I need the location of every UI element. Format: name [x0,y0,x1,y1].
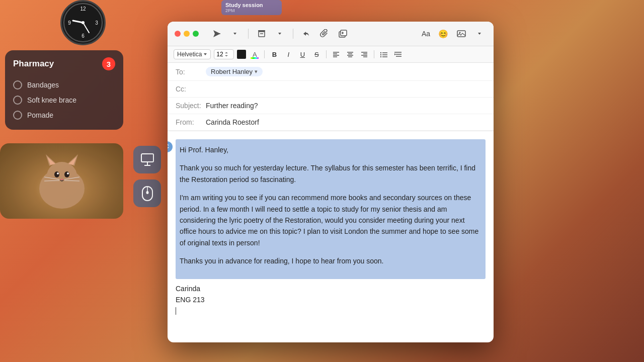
clock-widget: 12 3 6 9 [40,0,128,48]
text-cursor [176,307,176,315]
highlight-button[interactable]: A [249,49,260,60]
to-field-row: To: Robert Hanley ▾ [168,63,494,81]
greeting-text: Hi Prof. Hanley, [180,146,228,154]
indent-button[interactable] [392,49,404,60]
mail-compose-window: Aa 😊 Helvetica [168,22,494,342]
italic-button[interactable]: I [283,49,294,60]
svg-point-59 [380,54,381,55]
strikethrough-button[interactable]: S [311,49,322,60]
format-divider-1 [264,50,265,58]
bold-button[interactable]: B [269,49,280,60]
send-dropdown-button[interactable] [228,27,242,41]
dock-icons [133,146,161,207]
list-button[interactable] [378,49,389,60]
photo-button[interactable] [454,27,468,41]
svg-text:12: 12 [80,6,86,12]
svg-marker-30 [233,33,236,35]
toolbar-separator-1 [248,29,249,39]
svg-marker-66 [394,53,396,55]
svg-marker-41 [478,33,481,35]
cc-label: Cc: [176,85,206,93]
titlebar: Aa 😊 [168,22,494,46]
to-label: To: [176,68,206,76]
signature-name: Carinda [176,283,486,294]
sender-avatar: C [168,141,173,152]
close-button[interactable] [175,31,181,37]
svg-rect-23 [141,154,153,162]
svg-point-14 [54,171,59,177]
svg-point-16 [57,172,59,174]
align-right-button[interactable] [359,49,370,60]
svg-marker-44 [225,55,228,56]
maximize-button[interactable] [193,31,199,37]
underline-button[interactable]: U [297,49,308,60]
font-size: 12 [216,51,223,58]
svg-text:9: 9 [68,20,71,26]
format-divider-2 [326,50,327,58]
svg-point-15 [64,171,69,177]
toolbar-right: Aa 😊 [420,27,487,41]
body-p1-text: Thank you so much for yesterday lecture.… [180,164,475,183]
font-selector[interactable]: Helvetica [174,49,211,59]
toolbar-icons [210,27,350,41]
photo-dropdown-button[interactable] [472,27,487,41]
body-p3-text: Thanks you in advance for reading, I hop… [180,257,383,265]
list-item[interactable]: Soft knee brace [13,93,115,108]
from-label: From: [176,118,206,126]
cc-field-row[interactable]: Cc: [168,81,494,98]
subject-field-row: Subject: Further reading? [168,98,494,114]
send-button[interactable] [210,27,224,41]
svg-marker-42 [204,53,207,55]
emoji-button[interactable]: 😊 [436,27,450,41]
signature-course: ENG 213 [176,294,486,305]
dock-icon-mouse[interactable] [133,179,161,207]
traffic-lights [175,31,199,37]
dock-icon-monitor[interactable] [133,146,161,173]
font-size-selector[interactable]: 12 [214,49,234,59]
svg-text:3: 3 [95,20,98,26]
email-body[interactable]: C Hi Prof. Hanley, Thank you so much for… [168,131,494,342]
pharmacy-title: Pharmacy [13,59,54,69]
cat-widget [0,143,123,219]
radio-pomade[interactable] [13,111,22,120]
font-name: Helvetica [177,51,202,58]
cat-image [0,143,123,219]
archive-button[interactable] [255,27,269,41]
to-chip-remove[interactable]: ▾ [255,68,258,75]
radio-knee-brace[interactable] [13,96,22,105]
svg-point-7 [82,21,85,24]
new-window-button[interactable] [336,27,350,41]
study-session-title: Study session [225,2,278,8]
svg-marker-34 [278,33,281,35]
study-session-time: 2PM [225,8,278,13]
to-chip[interactable]: Robert Hanley ▾ [206,67,263,76]
study-session-widget: Study session 2PM [221,0,282,15]
align-center-button[interactable] [345,49,356,60]
pharmacy-badge: 3 [102,57,115,70]
svg-point-40 [459,32,461,34]
toolbar-separator-2 [293,29,293,39]
svg-point-61 [380,56,381,57]
radio-bandages[interactable] [13,80,22,89]
format-divider-3 [374,50,374,58]
list-item[interactable]: Bandages [13,77,115,93]
body-p2-text: I'm am writing you to see if you can rec… [180,194,478,247]
greeting-paragraph: Hi Prof. Hanley, [180,144,481,155]
clock-face: 12 3 6 9 [60,0,106,45]
list-item[interactable]: Pomade [13,108,115,123]
font-button[interactable]: Aa [420,27,432,41]
from-field-row: From: Carinda Roestorf [168,114,494,131]
text-color-swatch[interactable] [237,50,246,59]
align-left-button[interactable] [331,49,342,60]
archive-dropdown-button[interactable] [273,27,287,41]
svg-point-17 [67,172,69,174]
format-bar: Helvetica 12 A B I U S [168,46,494,63]
pharmacy-widget: Pharmacy 3 Bandages Soft knee brace Poma… [5,50,123,130]
attachment-button[interactable] [317,27,332,41]
minimize-button[interactable] [184,31,190,37]
item-bandages-label: Bandages [27,81,59,89]
subject-value[interactable]: Further reading? [206,102,486,110]
to-value[interactable]: Robert Hanley ▾ [206,67,486,76]
body-paragraph-2: I'm am writing you to see if you can rec… [180,192,481,248]
reply-button[interactable] [299,27,313,41]
